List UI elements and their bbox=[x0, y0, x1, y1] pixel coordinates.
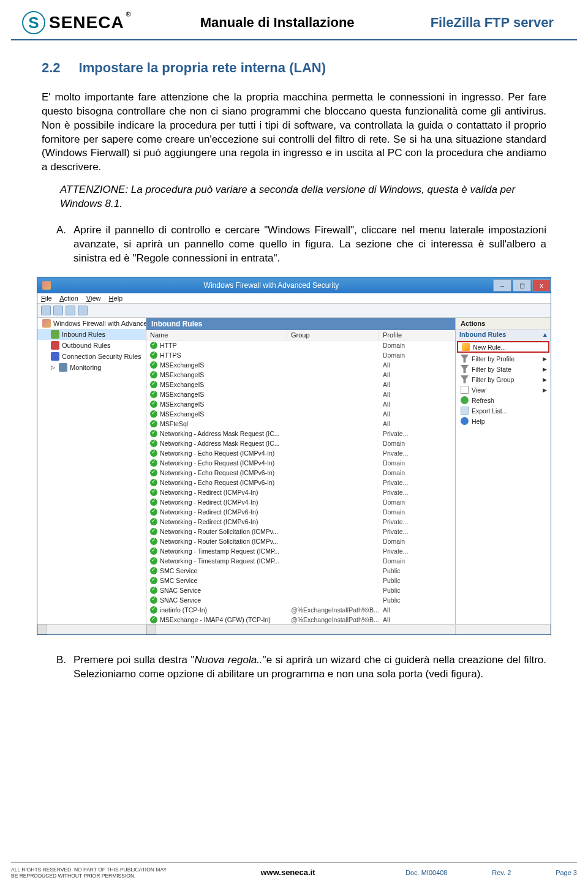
col-group[interactable]: Group bbox=[287, 330, 379, 340]
list-letter-b: B. bbox=[56, 653, 74, 667]
rule-row[interactable]: SNAC ServicePublic bbox=[146, 585, 455, 595]
rule-row[interactable]: MSExchangeISAll bbox=[146, 409, 455, 419]
rule-row[interactable]: Networking - Router Solicitation (ICMPv.… bbox=[146, 527, 455, 536]
rule-row[interactable]: HTTPSDomain bbox=[146, 350, 455, 360]
actions-subheader: Inbound Rules▴ bbox=[456, 329, 551, 340]
rule-row[interactable]: Networking - Router Solicitation (ICMPv.… bbox=[146, 536, 455, 546]
maximize-button[interactable]: ◻ bbox=[513, 279, 531, 291]
action-new-rule[interactable]: New Rule... bbox=[457, 341, 549, 353]
rule-row[interactable]: Networking - Address Mask Request (IC...… bbox=[146, 429, 455, 438]
toolbar-forward-icon[interactable] bbox=[53, 306, 63, 315]
tree-root[interactable]: Windows Firewall with Advance bbox=[37, 318, 146, 329]
security-icon bbox=[51, 352, 59, 361]
rule-row[interactable]: Networking - Timestamp Request (ICMP...D… bbox=[146, 556, 455, 566]
submenu-arrow-icon: ▶ bbox=[543, 387, 547, 393]
check-icon bbox=[150, 538, 157, 545]
tree-security-rules[interactable]: Connection Security Rules bbox=[37, 351, 146, 362]
action-help[interactable]: Help bbox=[456, 416, 551, 426]
filter-icon bbox=[461, 355, 469, 363]
rule-row[interactable]: Networking - Echo Request (ICMPv4-In)Dom… bbox=[146, 458, 455, 468]
rules-list[interactable]: HTTPDomainHTTPSDomainMSExchangeISAllMSEx… bbox=[146, 340, 455, 624]
rule-row[interactable]: SMC ServicePublic bbox=[146, 576, 455, 585]
check-icon bbox=[150, 518, 157, 525]
tree-outbound-rules[interactable]: Outbound Rules bbox=[37, 340, 146, 351]
close-button[interactable]: x bbox=[532, 279, 551, 291]
rule-row[interactable]: Networking - Echo Request (ICMPv6-In)Pri… bbox=[146, 478, 455, 487]
collapse-icon[interactable]: ▴ bbox=[543, 331, 547, 339]
menu-view[interactable]: View bbox=[86, 295, 101, 302]
menu-file[interactable]: File bbox=[41, 295, 52, 302]
filter-icon bbox=[461, 365, 469, 373]
toolbar-refresh-icon[interactable] bbox=[66, 306, 75, 315]
rule-row[interactable]: MSExchangeISAll bbox=[146, 370, 455, 380]
rule-row[interactable]: SNAC ServicePublic bbox=[146, 595, 455, 605]
rule-row[interactable]: SMC ServicePublic bbox=[146, 566, 455, 576]
tree-monitoring[interactable]: ▷Monitoring bbox=[37, 362, 146, 373]
rule-row[interactable]: Networking - Redirect (ICMPv6-In)Private… bbox=[146, 517, 455, 527]
rule-row[interactable]: MSFteSqlAll bbox=[146, 419, 455, 429]
actions-scrollbar bbox=[456, 625, 551, 634]
view-icon bbox=[461, 386, 469, 394]
check-icon bbox=[150, 342, 157, 349]
check-icon bbox=[150, 469, 157, 476]
rule-row[interactable]: Networking - Echo Request (ICMPv4-In)Pri… bbox=[146, 448, 455, 458]
check-icon bbox=[150, 528, 157, 535]
check-icon bbox=[150, 479, 157, 486]
tree-pane: Windows Firewall with Advance Inbound Ru… bbox=[37, 318, 146, 624]
rule-row[interactable]: MSExchangeISAll bbox=[146, 360, 455, 370]
footer-page: Page 3 bbox=[556, 869, 577, 876]
check-icon bbox=[150, 547, 157, 555]
rule-row[interactable]: MSExchange - IMAP4 (GFW) (TCP-In)@%Excha… bbox=[146, 615, 455, 624]
check-icon bbox=[150, 420, 157, 427]
refresh-icon bbox=[461, 396, 469, 404]
rules-scrollbar[interactable] bbox=[146, 625, 456, 634]
action-filter-state[interactable]: Filter by State▶ bbox=[456, 364, 551, 374]
expand-icon[interactable]: ▷ bbox=[51, 364, 55, 370]
window-titlebar[interactable]: Windows Firewall with Advanced Security … bbox=[37, 277, 551, 293]
check-icon bbox=[150, 371, 157, 378]
footer-rev: Rev. 2 bbox=[492, 869, 511, 876]
filter-icon bbox=[461, 375, 469, 383]
rule-row[interactable]: Networking - Timestamp Request (ICMP...P… bbox=[146, 546, 455, 556]
menu-help[interactable]: Help bbox=[109, 295, 123, 302]
toolbar-back-icon[interactable] bbox=[41, 306, 51, 315]
rule-row[interactable]: Networking - Redirect (ICMPv4-In)Domain bbox=[146, 497, 455, 507]
menu-action[interactable]: Action bbox=[59, 295, 78, 302]
check-icon bbox=[150, 430, 157, 437]
rule-row[interactable]: inetinfo (TCP-In)@%ExchangeInstallPath%\… bbox=[146, 605, 455, 615]
scroll-left-icon[interactable] bbox=[37, 625, 47, 634]
submenu-arrow-icon: ▶ bbox=[543, 356, 547, 362]
header-subtitle: FileZilla FTP server bbox=[431, 15, 554, 31]
footer-copyright: ALL RIGHTS RESERVED. NO PART OF THIS PUB… bbox=[11, 867, 170, 879]
rule-row[interactable]: Networking - Redirect (ICMPv4-In)Private… bbox=[146, 487, 455, 497]
titlebar-icon bbox=[42, 281, 51, 290]
action-view[interactable]: View▶ bbox=[456, 385, 551, 395]
page-footer: ALL RIGHTS RESERVED. NO PART OF THIS PUB… bbox=[11, 862, 577, 879]
rule-row[interactable]: MSExchangeISAll bbox=[146, 389, 455, 399]
inbound-icon bbox=[51, 330, 59, 339]
rules-pane: Inbound Rules Name Group Profile HTTPDom… bbox=[146, 318, 456, 624]
tree-scrollbar[interactable] bbox=[37, 625, 146, 634]
action-filter-profile[interactable]: Filter by Profile▶ bbox=[456, 353, 551, 364]
action-filter-group[interactable]: Filter by Group▶ bbox=[456, 374, 551, 385]
list-item-b: B.Premere poi sulla destra "Nuova regola… bbox=[74, 653, 546, 682]
rule-row[interactable]: MSExchangeISAll bbox=[146, 380, 455, 389]
rule-row[interactable]: HTTPDomain bbox=[146, 340, 455, 350]
action-refresh[interactable]: Refresh bbox=[456, 395, 551, 405]
scroll-left-icon[interactable] bbox=[146, 625, 156, 634]
list-letter-a: A. bbox=[56, 224, 74, 238]
rule-row[interactable]: Networking - Redirect (ICMPv6-In)Domain bbox=[146, 507, 455, 517]
rule-row[interactable]: Networking - Address Mask Request (IC...… bbox=[146, 438, 455, 448]
monitoring-icon bbox=[59, 363, 67, 372]
toolbar-help-icon[interactable] bbox=[78, 306, 88, 315]
rule-row[interactable]: Networking - Echo Request (ICMPv6-In)Dom… bbox=[146, 468, 455, 478]
rule-row[interactable]: MSExchangeISAll bbox=[146, 399, 455, 409]
col-profile[interactable]: Profile bbox=[379, 330, 416, 340]
paragraph-intro: E' molto importante fare attenzione che … bbox=[42, 91, 546, 175]
minimize-button[interactable]: – bbox=[493, 279, 511, 291]
tree-inbound-rules[interactable]: Inbound Rules bbox=[37, 329, 146, 340]
col-name[interactable]: Name bbox=[146, 330, 287, 340]
submenu-arrow-icon: ▶ bbox=[543, 366, 547, 372]
action-export[interactable]: Export List... bbox=[456, 405, 551, 416]
window-menu: File Action View Help bbox=[37, 293, 551, 304]
